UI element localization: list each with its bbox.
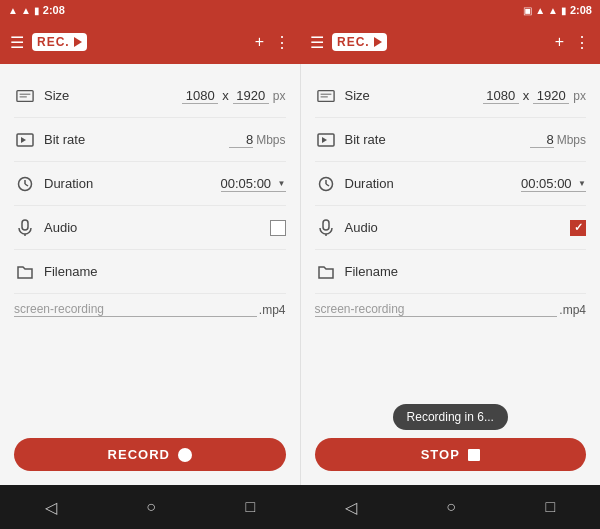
stop-square-icon: [468, 449, 480, 461]
button-area-left: RECORD: [14, 430, 286, 475]
back-icon-left[interactable]: ◁: [45, 498, 57, 517]
filename-row-right: .mp4: [315, 294, 587, 321]
filename-icon-left: [14, 261, 36, 283]
right-app-bar: ☰ REC. + ⋮: [300, 20, 600, 64]
filename-suffix-left: .mp4: [259, 303, 286, 317]
svg-line-17: [326, 184, 329, 186]
hamburger-icon-right[interactable]: ☰: [310, 33, 324, 52]
bitrate-row-right: Bit rate Mbps: [315, 118, 587, 162]
size-height-right[interactable]: [533, 88, 569, 104]
status-bar: ▲ ▲ ▮ 2:08 ▣ ▲ ▲ ▮ 2:08: [0, 0, 600, 20]
more-icon-left[interactable]: ⋮: [274, 33, 290, 52]
more-icon-right[interactable]: ⋮: [574, 33, 590, 52]
record-btn-label: RECORD: [108, 447, 170, 462]
size-row-left: Size x px: [14, 74, 286, 118]
duration-select-right[interactable]: 00:05:00 00:10:00: [521, 176, 586, 192]
size-px-left: px: [273, 89, 286, 103]
left-appbar-actions: + ⋮: [255, 33, 290, 52]
size-label-left: Size: [44, 88, 182, 103]
nav-section-left: ◁ ○ □: [0, 485, 300, 529]
battery-icon: ▮: [34, 5, 40, 16]
bitrate-value-left: Mbps: [229, 132, 285, 148]
filename-input-left[interactable]: [14, 302, 257, 317]
size-px-right: px: [573, 89, 586, 103]
logo-text-right: REC.: [337, 35, 370, 49]
duration-icon-left: [14, 173, 36, 195]
left-app-bar: ☰ REC. + ⋮: [0, 20, 300, 64]
button-area-right: Recording in 6... STOP: [315, 396, 587, 475]
size-label-right: Size: [345, 88, 483, 103]
logo-text-left: REC.: [37, 35, 70, 49]
bitrate-input-right[interactable]: [530, 132, 554, 148]
audio-icon-right: [315, 217, 337, 239]
right-panel: Size x px Bit rate Mbps: [301, 64, 601, 485]
bitrate-label-left: Bit rate: [44, 132, 229, 147]
audio-row-right: Audio: [315, 206, 587, 250]
bitrate-value-right: Mbps: [530, 132, 586, 148]
stop-btn-label: STOP: [421, 447, 460, 462]
signal-icon-right: ▲: [535, 5, 545, 16]
plus-icon-right[interactable]: +: [555, 33, 564, 51]
duration-select-left[interactable]: 00:05:00 00:10:00 00:15:00: [221, 176, 286, 192]
left-panel: Size x px Bit rate Mbps: [0, 64, 301, 485]
recent-icon-right[interactable]: □: [546, 498, 556, 516]
size-width-right[interactable]: [483, 88, 519, 104]
bitrate-input-left[interactable]: [229, 132, 253, 148]
svg-rect-0: [17, 90, 33, 101]
size-inputs-right: x px: [483, 88, 586, 104]
audio-label-right: Audio: [345, 220, 571, 235]
duration-wrapper-left: 00:05:00 00:10:00 00:15:00 ▼: [221, 176, 286, 192]
svg-marker-14: [322, 137, 327, 143]
svg-line-7: [25, 184, 28, 186]
record-button[interactable]: RECORD: [14, 438, 286, 471]
duration-label-right: Duration: [345, 176, 522, 191]
size-icon-left: [14, 85, 36, 107]
svg-rect-8: [22, 220, 28, 230]
bottom-nav: ◁ ○ □ ◁ ○ □: [0, 485, 600, 529]
audio-icon-left: [14, 217, 36, 239]
nav-section-right: ◁ ○ □: [300, 485, 600, 529]
audio-checkbox-left[interactable]: [270, 220, 286, 236]
duration-wrapper-right: 00:05:00 00:10:00 ▼: [521, 176, 586, 192]
logo-cam-right: [374, 37, 382, 47]
filename-row-left: .mp4: [14, 294, 286, 321]
app-bars: ☰ REC. + ⋮ ☰ REC. + ⋮: [0, 20, 600, 64]
duration-icon-right: [315, 173, 337, 195]
bitrate-mbps-right: Mbps: [557, 133, 586, 147]
size-height-left[interactable]: [233, 88, 269, 104]
size-x-left: x: [222, 88, 229, 103]
filename-label-right: Filename: [345, 264, 587, 279]
logo-right: REC.: [332, 33, 387, 51]
home-icon-right[interactable]: ○: [446, 498, 456, 516]
size-icon-right: [315, 85, 337, 107]
main-content: Size x px Bit rate Mbps: [0, 64, 600, 485]
filename-suffix-right: .mp4: [559, 303, 586, 317]
right-appbar-actions: + ⋮: [555, 33, 590, 52]
duration-row-left: Duration 00:05:00 00:10:00 00:15:00 ▼: [14, 162, 286, 206]
size-inputs-left: x px: [182, 88, 285, 104]
audio-checkbox-right[interactable]: [570, 220, 586, 236]
filename-icon-right: [315, 261, 337, 283]
status-bar-right: ▣ ▲ ▲ ▮ 2:08: [523, 4, 592, 16]
back-icon-right[interactable]: ◁: [345, 498, 357, 517]
audio-label-left: Audio: [44, 220, 270, 235]
audio-row-left: Audio: [14, 206, 286, 250]
recent-icon-left[interactable]: □: [246, 498, 256, 516]
home-icon-left[interactable]: ○: [146, 498, 156, 516]
size-x-right: x: [523, 88, 530, 103]
signal-icon: ▲: [8, 5, 18, 16]
wifi-icon: ▲: [21, 5, 31, 16]
cast-icon: ▣: [523, 5, 532, 16]
filename-input-right[interactable]: [315, 302, 558, 317]
record-dot-icon: [178, 448, 192, 462]
svg-rect-18: [323, 220, 329, 230]
hamburger-icon-left[interactable]: ☰: [10, 33, 24, 52]
size-row-right: Size x px: [315, 74, 587, 118]
size-width-left[interactable]: [182, 88, 218, 104]
plus-icon-left[interactable]: +: [255, 33, 264, 51]
bitrate-label-right: Bit rate: [345, 132, 530, 147]
svg-rect-10: [317, 90, 333, 101]
status-bar-left: ▲ ▲ ▮ 2:08: [8, 4, 65, 16]
stop-button[interactable]: STOP: [315, 438, 587, 471]
bitrate-row-left: Bit rate Mbps: [14, 118, 286, 162]
